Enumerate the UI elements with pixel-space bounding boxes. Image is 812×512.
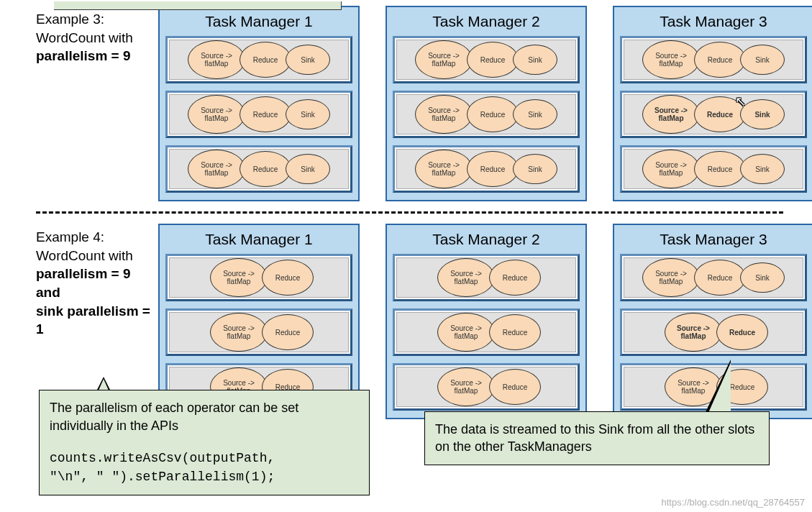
task-slot: Source -> flatMap Reduce [393,308,580,356]
tm-title: Task Manager 1 [205,13,312,30]
ex4-line2: WordCount with [36,248,133,263]
source-flatmap-op: Source -> flatMap [415,40,473,79]
task-slot: Source -> flatMap Reduce Sink [620,91,807,138]
ex3-line3: parallelism = 9 [36,48,131,63]
reduce-op: Reduce [467,42,519,78]
source-flatmap-op: Source -> flatMap [437,313,495,352]
source-flatmap-op: Source -> flatMap [210,313,268,352]
source-flatmap-op: Source -> flatMap [665,313,722,352]
reduce-op: Reduce [240,151,291,187]
sink-op: Sink [286,154,330,184]
partial-callout-bar [54,1,342,10]
reduce-op: Reduce [694,260,746,296]
source-flatmap-op: Source -> flatMap [642,150,700,188]
reduce-op: Reduce [694,42,746,78]
task-slot: Source -> flatMap Reduce [393,254,580,301]
source-flatmap-op: Source -> flatMap [188,150,245,188]
sink-op: Sink [286,45,330,75]
ex3-line2: WordCount with [36,30,133,45]
reduce-op: Reduce [694,96,746,132]
task-slot: Source -> flatMap Reduce [620,308,807,356]
reduce-op: Reduce [262,260,314,296]
tm-title: Task Manager 3 [660,231,767,248]
source-flatmap-op: Source -> flatMap [437,367,495,406]
reduce-op: Reduce [240,42,291,78]
tm-title: Task Manager 2 [432,231,539,248]
source-flatmap-op: Source -> flatMap [642,258,700,297]
task-manager-1: Task Manager 1 Source -> flatMap Reduce … [158,6,360,201]
sink-op: Sink [740,99,785,129]
tm-title: Task Manager 1 [205,231,312,248]
sink-op: Sink [740,154,785,184]
sink-op: Sink [513,154,557,184]
reduce-op: Reduce [489,314,541,350]
source-flatmap-op: Source -> flatMap [188,40,245,79]
task-slot: Source -> flatMap Reduce [393,363,580,411]
task-manager-2: Task Manager 2 Source -> flatMap Reduce … [386,6,587,201]
task-slot: Source -> flatMap Reduce Sink [165,145,352,193]
ex3-line1: Example 3: [36,12,104,27]
source-flatmap-op: Source -> flatMap [210,258,268,297]
task-slot: Source -> flatMap Reduce [165,254,352,301]
ex4-line3: parallelism = 9 and [36,266,131,300]
source-flatmap-op: Source -> flatMap [437,258,495,297]
reduce-op: Reduce [262,314,314,350]
ex4-line4: sink parallelism = 1 [36,303,150,337]
sink-op: Sink [513,99,557,129]
task-slot: Source -> flatMap Reduce Sink [393,91,580,138]
example-3-row: Example 3: WordCount with parallelism = … [0,0,812,207]
ex4-line1: Example 4: [36,229,104,244]
task-manager-2: Task Manager 2 Source -> flatMap Reduce … [386,224,587,419]
reduce-op: Reduce [467,96,519,132]
sink-op: Sink [286,99,330,129]
tm-title: Task Manager 3 [660,13,767,30]
task-manager-3: Task Manager 3 Source -> flatMap Reduce … [613,6,812,201]
task-slot: Source -> flatMap Reduce Sink [165,91,352,138]
task-slot: Source -> flatMap Reduce Sink [393,36,580,83]
callout-parallelism-api: The parallelism of each operator can be … [39,390,370,495]
reduce-op: Reduce [694,151,746,187]
tm-title: Task Manager 2 [432,13,539,30]
callout-sink-stream: The data is streamed to this Sink from a… [424,411,770,465]
task-slot: Source -> flatMap Reduce Sink [620,145,807,193]
source-flatmap-op: Source -> flatMap [415,150,473,188]
callout-2-pointer [705,360,731,413]
source-flatmap-op: Source -> flatMap [188,95,245,134]
task-slot: Source -> flatMap Reduce [165,308,352,356]
example-4-description: Example 4: WordCount with parallelism = … [36,224,158,339]
reduce-op: Reduce [716,314,768,350]
watermark-text: https://blog.csdn.net/qq_28764557 [662,497,806,508]
source-flatmap-op: Source -> flatMap [415,95,473,134]
sink-op: Sink [513,45,557,75]
task-slot: Source -> flatMap Reduce Sink [620,254,807,301]
callout-1-pointer [96,377,111,391]
callout-2-text: The data is streamed to this Sink from a… [435,422,754,454]
callout-1-code: counts.writeAsCsv(outputPath, "\n", " ")… [50,449,359,485]
tm-row-1: Task Manager 1 Source -> flatMap Reduce … [158,6,812,201]
reduce-op: Reduce [489,369,541,405]
task-slot: Source -> flatMap Reduce Sink [620,36,807,83]
task-slot: Source -> flatMap Reduce Sink [165,36,352,83]
source-flatmap-op: Source -> flatMap [642,95,700,134]
reduce-op: Reduce [240,96,291,132]
sink-op: Sink [740,45,785,75]
example-3-description: Example 3: WordCount with parallelism = … [36,6,158,65]
sink-op: Sink [740,262,785,293]
section-divider [36,211,783,214]
reduce-op: Reduce [467,151,519,187]
source-flatmap-op: Source -> flatMap [642,40,700,79]
task-slot: Source -> flatMap Reduce Sink [393,145,580,193]
reduce-op: Reduce [489,260,541,296]
callout-1-text: The parallelism of each operator can be … [50,399,359,435]
